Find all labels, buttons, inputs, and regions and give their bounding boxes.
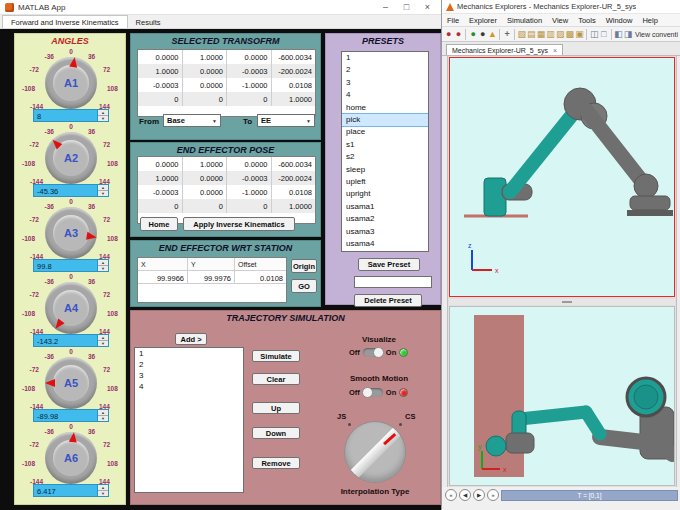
- robot-3d-view-bottom[interactable]: y x: [449, 306, 675, 486]
- fit-to-view-icon[interactable]: +: [502, 28, 512, 41]
- matrix-cell[interactable]: 1.0000: [138, 64, 183, 78]
- matrix-cell[interactable]: -0.0003: [227, 64, 272, 78]
- offset-value[interactable]: 0.0108: [235, 271, 286, 283]
- matrix-cell[interactable]: 1.0000: [138, 171, 183, 185]
- close-button[interactable]: ×: [419, 0, 436, 14]
- next-viewpoint-icon[interactable]: ◨: [623, 28, 633, 41]
- step-forward-button[interactable]: »: [487, 489, 499, 501]
- matrix-cell[interactable]: 0: [227, 199, 272, 213]
- back-view-icon[interactable]: ▦: [536, 28, 546, 41]
- presets-list[interactable]: 1 2 3 4 home pick place s1 s2 sleep uple…: [341, 51, 429, 252]
- matrix-cell[interactable]: 1.0000: [183, 157, 228, 171]
- matrix-cell[interactable]: -200.0024: [272, 171, 316, 185]
- a5-value-field[interactable]: -89.98▲▼: [33, 409, 109, 422]
- remove-button[interactable]: Remove: [252, 457, 300, 469]
- play-button[interactable]: ▶: [473, 489, 485, 501]
- minimize-button[interactable]: –: [377, 0, 394, 14]
- selected-transform-matrix[interactable]: 0.00001.00000.0000-600.0034 1.00000.0000…: [137, 49, 316, 117]
- matrix-cell[interactable]: 0.0000: [227, 157, 272, 171]
- simulate-button[interactable]: Simulate: [252, 350, 300, 362]
- visualize-toggle[interactable]: [363, 348, 383, 357]
- list-item[interactable]: s1: [342, 139, 428, 151]
- front-view-icon[interactable]: ▤: [526, 28, 536, 41]
- maximize-button[interactable]: □: [398, 0, 415, 14]
- go-button[interactable]: GO: [291, 279, 317, 293]
- robot-3d-view-top[interactable]: z x: [449, 57, 675, 297]
- matrix-cell[interactable]: -0.0003: [138, 78, 183, 92]
- matrix-cell[interactable]: 1.0000: [272, 92, 316, 106]
- tab-results[interactable]: Results: [128, 16, 169, 28]
- a3-spinner[interactable]: ▲▼: [97, 260, 108, 271]
- iso-view-icon[interactable]: ▧: [517, 28, 527, 41]
- list-item[interactable]: s2: [342, 151, 428, 163]
- a1-value-field[interactable]: 8▲▼: [33, 109, 109, 122]
- home-button[interactable]: Home: [140, 217, 178, 231]
- list-item[interactable]: 2: [342, 64, 428, 76]
- preset-name-field[interactable]: [354, 276, 432, 288]
- matlab-title-bar[interactable]: MATLAB App – □ ×: [0, 0, 441, 15]
- smooth-motion-toggle[interactable]: [363, 388, 383, 397]
- sphere-icon[interactable]: ●: [478, 28, 488, 41]
- list-item[interactable]: home: [342, 102, 428, 114]
- trajectory-list[interactable]: 1 2 3 4: [134, 347, 244, 493]
- list-item[interactable]: 4: [135, 381, 243, 392]
- matrix-cell[interactable]: 0: [227, 92, 272, 106]
- tab-mechanics-explorer[interactable]: Mechanics Explorer-UR_5_sys ×: [446, 44, 563, 55]
- apply-inverse-kinematics-button[interactable]: Apply Inverse Kinematics: [183, 217, 295, 231]
- matrix-cell[interactable]: -600.0034: [272, 157, 316, 171]
- step-back-button[interactable]: ◀: [459, 489, 471, 501]
- list-item[interactable]: usama3: [342, 226, 428, 238]
- list-item[interactable]: 2: [135, 359, 243, 370]
- cone-icon[interactable]: ▲: [488, 28, 498, 41]
- menu-tools[interactable]: Tools: [573, 16, 601, 25]
- matrix-cell[interactable]: 1.0000: [272, 199, 316, 213]
- matrix-cell[interactable]: 0.0108: [272, 78, 316, 92]
- from-dropdown[interactable]: Base▼: [163, 114, 221, 127]
- menu-explorer[interactable]: Explorer: [464, 16, 502, 25]
- y-value[interactable]: 99.9976: [188, 271, 235, 283]
- matrix-cell[interactable]: -0.0003: [138, 185, 183, 199]
- menu-file[interactable]: File: [442, 16, 464, 25]
- bottom-view-icon[interactable]: ▨: [555, 28, 565, 41]
- top-view-icon[interactable]: ▥: [546, 28, 556, 41]
- menu-help[interactable]: Help: [637, 16, 662, 25]
- camera2-red-icon[interactable]: ●: [454, 28, 464, 41]
- mechanics-title-bar[interactable]: Mechanics Explorers - Mechanics Explorer…: [442, 0, 680, 14]
- time-slider[interactable]: T = [0,1]: [501, 490, 678, 501]
- list-item-selected[interactable]: pick: [342, 114, 428, 126]
- list-item[interactable]: place: [342, 126, 428, 138]
- list-item[interactable]: usama2: [342, 213, 428, 225]
- view-convention-label[interactable]: View conventi: [635, 31, 678, 38]
- camera-red-icon[interactable]: ●: [444, 28, 454, 41]
- matrix-cell[interactable]: 0.0108: [272, 185, 316, 199]
- origin-button[interactable]: Origin: [291, 259, 317, 273]
- split-view-icon[interactable]: ◫: [589, 28, 599, 41]
- matrix-cell[interactable]: 0.0000: [183, 185, 228, 199]
- menu-simulation[interactable]: Simulation: [502, 16, 547, 25]
- right-view-icon[interactable]: ▣: [575, 28, 585, 41]
- delete-preset-button[interactable]: Delete Preset: [354, 294, 422, 307]
- a6-value-field[interactable]: 6.417▲▼: [33, 484, 109, 497]
- video-export-icon[interactable]: ●: [468, 28, 478, 41]
- clear-button[interactable]: Clear: [252, 373, 300, 385]
- matrix-cell[interactable]: 0.0000: [138, 157, 183, 171]
- tab-close-icon[interactable]: ×: [553, 47, 557, 54]
- a3-value-field[interactable]: 99.8▲▼: [33, 259, 109, 272]
- matrix-cell[interactable]: -1.0000: [227, 78, 272, 92]
- tab-forward-inverse-kinematics[interactable]: Forward and Inverse Kinematics: [2, 15, 128, 28]
- list-item[interactable]: 3: [342, 77, 428, 89]
- matrix-cell[interactable]: 0.0000: [227, 50, 272, 64]
- a2-spinner[interactable]: ▲▼: [97, 185, 108, 196]
- menu-view[interactable]: View: [547, 16, 573, 25]
- matrix-cell[interactable]: -0.0003: [227, 171, 272, 185]
- matrix-cell[interactable]: 0.0000: [183, 171, 228, 185]
- matrix-cell[interactable]: 0.0000: [183, 64, 228, 78]
- matrix-cell[interactable]: -600.0034: [272, 50, 316, 64]
- a6-spinner[interactable]: ▲▼: [97, 485, 108, 496]
- matrix-cell[interactable]: -1.0000: [227, 185, 272, 199]
- to-dropdown[interactable]: EE▼: [257, 114, 315, 127]
- down-button[interactable]: Down: [252, 427, 300, 439]
- a2-value-field[interactable]: -45.36▲▼: [33, 184, 109, 197]
- list-item[interactable]: 1: [342, 52, 428, 64]
- matrix-cell[interactable]: 0.0000: [138, 50, 183, 64]
